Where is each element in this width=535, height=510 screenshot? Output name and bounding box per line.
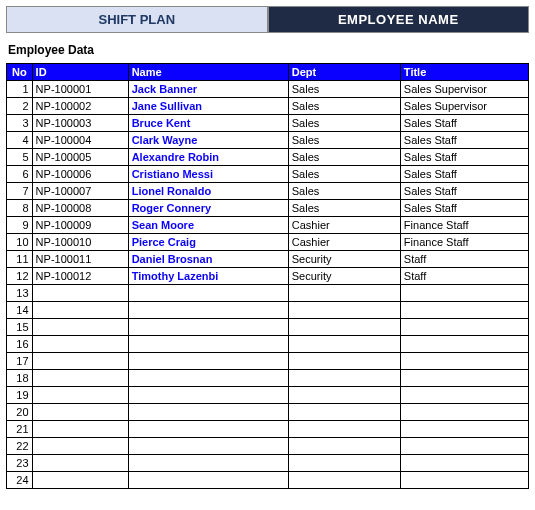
cell-dept[interactable]: Sales [288, 132, 400, 149]
table-row[interactable]: 15 [7, 319, 529, 336]
cell-title[interactable] [400, 472, 528, 489]
cell-title[interactable] [400, 302, 528, 319]
cell-dept[interactable] [288, 353, 400, 370]
cell-dept[interactable] [288, 404, 400, 421]
cell-no[interactable]: 6 [7, 166, 33, 183]
cell-id[interactable]: NP-100012 [32, 268, 128, 285]
cell-name[interactable] [128, 370, 288, 387]
cell-name[interactable]: Daniel Brosnan [128, 251, 288, 268]
cell-title[interactable]: Staff [400, 268, 528, 285]
cell-dept[interactable] [288, 421, 400, 438]
cell-id[interactable]: NP-100011 [32, 251, 128, 268]
table-row[interactable]: 20 [7, 404, 529, 421]
cell-dept[interactable] [288, 336, 400, 353]
cell-no[interactable]: 5 [7, 149, 33, 166]
cell-id[interactable]: NP-100001 [32, 81, 128, 98]
table-row[interactable]: 21 [7, 421, 529, 438]
cell-no[interactable]: 13 [7, 285, 33, 302]
cell-id[interactable]: NP-100007 [32, 183, 128, 200]
cell-name[interactable] [128, 404, 288, 421]
table-row[interactable]: 5NP-100005Alexandre RobinSalesSales Staf… [7, 149, 529, 166]
cell-dept[interactable] [288, 319, 400, 336]
cell-title[interactable]: Sales Staff [400, 115, 528, 132]
cell-id[interactable]: NP-100008 [32, 200, 128, 217]
cell-name[interactable] [128, 387, 288, 404]
cell-name[interactable] [128, 438, 288, 455]
cell-id[interactable] [32, 455, 128, 472]
table-row[interactable]: 2NP-100002Jane SullivanSalesSales Superv… [7, 98, 529, 115]
cell-title[interactable]: Finance Staff [400, 217, 528, 234]
cell-id[interactable]: NP-100009 [32, 217, 128, 234]
cell-no[interactable]: 24 [7, 472, 33, 489]
cell-title[interactable] [400, 404, 528, 421]
cell-name[interactable]: Timothy Lazenbi [128, 268, 288, 285]
table-row[interactable]: 12NP-100012Timothy LazenbiSecurityStaff [7, 268, 529, 285]
cell-title[interactable]: Sales Supervisor [400, 98, 528, 115]
cell-no[interactable]: 18 [7, 370, 33, 387]
tab-employee-name[interactable]: EMPLOYEE NAME [268, 6, 530, 33]
cell-id[interactable] [32, 404, 128, 421]
cell-name[interactable] [128, 472, 288, 489]
cell-no[interactable]: 1 [7, 81, 33, 98]
cell-title[interactable] [400, 387, 528, 404]
cell-dept[interactable]: Sales [288, 166, 400, 183]
cell-name[interactable]: Cristiano Messi [128, 166, 288, 183]
cell-name[interactable]: Clark Wayne [128, 132, 288, 149]
cell-no[interactable]: 9 [7, 217, 33, 234]
table-row[interactable]: 1NP-100001Jack BannerSalesSales Supervis… [7, 81, 529, 98]
table-row[interactable]: 11NP-100011Daniel BrosnanSecurityStaff [7, 251, 529, 268]
cell-title[interactable] [400, 370, 528, 387]
cell-dept[interactable] [288, 285, 400, 302]
cell-id[interactable]: NP-100010 [32, 234, 128, 251]
cell-title[interactable] [400, 319, 528, 336]
cell-name[interactable]: Jack Banner [128, 81, 288, 98]
cell-no[interactable]: 11 [7, 251, 33, 268]
table-row[interactable]: 14 [7, 302, 529, 319]
cell-dept[interactable]: Sales [288, 183, 400, 200]
cell-no[interactable]: 23 [7, 455, 33, 472]
cell-name[interactable]: Sean Moore [128, 217, 288, 234]
cell-no[interactable]: 22 [7, 438, 33, 455]
cell-name[interactable]: Bruce Kent [128, 115, 288, 132]
cell-no[interactable]: 4 [7, 132, 33, 149]
cell-no[interactable]: 2 [7, 98, 33, 115]
cell-no[interactable]: 21 [7, 421, 33, 438]
cell-id[interactable] [32, 370, 128, 387]
cell-no[interactable]: 3 [7, 115, 33, 132]
cell-id[interactable] [32, 421, 128, 438]
cell-title[interactable] [400, 353, 528, 370]
cell-title[interactable]: Sales Staff [400, 149, 528, 166]
cell-name[interactable]: Pierce Craig [128, 234, 288, 251]
table-row[interactable]: 9NP-100009Sean MooreCashierFinance Staff [7, 217, 529, 234]
cell-id[interactable] [32, 302, 128, 319]
cell-id[interactable] [32, 472, 128, 489]
table-row[interactable]: 24 [7, 472, 529, 489]
cell-dept[interactable] [288, 302, 400, 319]
table-row[interactable]: 13 [7, 285, 529, 302]
cell-name[interactable]: Alexandre Robin [128, 149, 288, 166]
cell-title[interactable]: Finance Staff [400, 234, 528, 251]
cell-name[interactable]: Lionel Ronaldo [128, 183, 288, 200]
cell-no[interactable]: 20 [7, 404, 33, 421]
cell-name[interactable]: Jane Sullivan [128, 98, 288, 115]
cell-title[interactable]: Sales Staff [400, 183, 528, 200]
cell-no[interactable]: 15 [7, 319, 33, 336]
cell-title[interactable] [400, 336, 528, 353]
cell-id[interactable] [32, 336, 128, 353]
table-row[interactable]: 16 [7, 336, 529, 353]
cell-dept[interactable]: Sales [288, 81, 400, 98]
cell-title[interactable]: Sales Staff [400, 132, 528, 149]
cell-name[interactable]: Roger Connery [128, 200, 288, 217]
cell-name[interactable] [128, 336, 288, 353]
table-row[interactable]: 19 [7, 387, 529, 404]
tab-shift-plan[interactable]: SHIFT PLAN [6, 6, 268, 33]
cell-name[interactable] [128, 302, 288, 319]
cell-no[interactable]: 7 [7, 183, 33, 200]
cell-dept[interactable]: Cashier [288, 234, 400, 251]
cell-name[interactable] [128, 285, 288, 302]
table-row[interactable]: 18 [7, 370, 529, 387]
cell-dept[interactable] [288, 438, 400, 455]
cell-id[interactable] [32, 438, 128, 455]
table-row[interactable]: 17 [7, 353, 529, 370]
cell-dept[interactable]: Sales [288, 200, 400, 217]
